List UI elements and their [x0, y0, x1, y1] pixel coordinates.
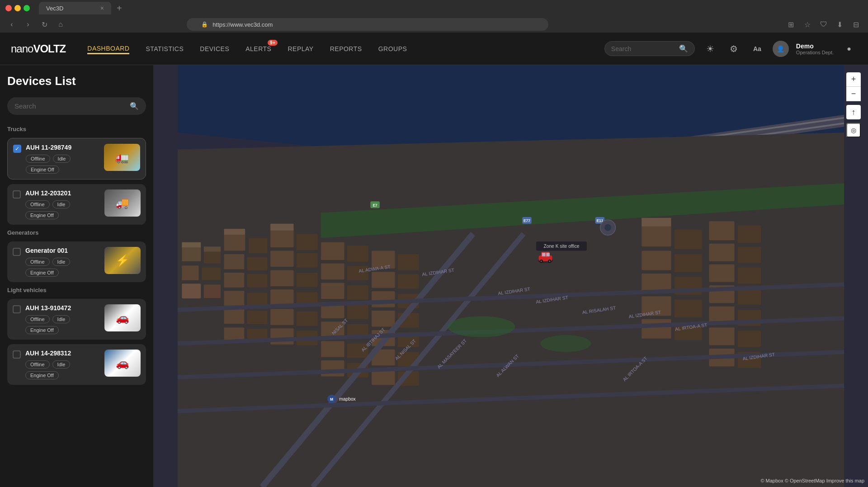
device-card-truck-1[interactable]: ✓AUH 11-298749OfflineIdleEngine Off🚛	[7, 138, 146, 180]
settings-button[interactable]: ⚙	[726, 41, 742, 57]
close-dot[interactable]	[5, 5, 12, 11]
nav-item-reports[interactable]: REPORTS	[330, 43, 362, 54]
svg-rect-37	[270, 309, 293, 325]
main-nav: DASHBOARDSTATISTICSDEVICESALERTS9+REPLAY…	[87, 43, 407, 54]
zoom-in-button[interactable]: +	[846, 72, 861, 87]
svg-rect-78	[642, 319, 671, 339]
svg-rect-31	[270, 251, 293, 267]
svg-text:E7: E7	[373, 203, 377, 208]
svg-rect-14	[204, 284, 221, 298]
translate-button[interactable]: Aa	[749, 41, 765, 57]
category-title-generators: Generators	[7, 229, 146, 236]
svg-rect-56	[398, 254, 419, 270]
svg-rect-38	[297, 312, 318, 326]
bookmark-button[interactable]: ☆	[801, 18, 814, 31]
device-tag-offline[interactable]: Offline	[25, 360, 50, 369]
svg-rect-53	[321, 360, 344, 376]
device-tag-engine-off[interactable]: Engine Off	[26, 165, 59, 174]
svg-rect-35	[270, 289, 293, 305]
device-tag-offline[interactable]: Offline	[26, 155, 50, 163]
device-name-lv-1: AUH 13-910472	[25, 304, 100, 312]
svg-rect-9	[204, 251, 221, 264]
header-search-icon[interactable]: 🔍	[679, 44, 688, 53]
device-tag-offline[interactable]: Offline	[25, 258, 50, 266]
back-button[interactable]: ‹	[5, 18, 18, 31]
nav-item-replay[interactable]: REPLAY	[288, 43, 313, 54]
device-info-truck-2: AUH 12-203201OfflineIdleEngine Off	[25, 189, 100, 219]
new-tab-button[interactable]: +	[117, 3, 122, 14]
device-info-gen-1: Generator 001OfflineIdleEngine Off	[25, 247, 100, 277]
shield-button[interactable]: 🛡	[817, 18, 830, 31]
device-checkbox-gen-1[interactable]	[13, 248, 21, 256]
header-search-input[interactable]	[611, 45, 675, 52]
forward-button[interactable]: ›	[22, 18, 34, 31]
svg-text:M: M	[330, 397, 333, 402]
location-button[interactable]: ◎	[846, 123, 861, 137]
svg-rect-80	[709, 221, 735, 240]
device-tag-engine-off[interactable]: Engine Off	[25, 269, 59, 277]
svg-rect-45	[321, 283, 344, 298]
address-bar[interactable]: 🔒 https://www.vec3d.com	[187, 18, 548, 31]
svg-rect-81	[738, 226, 761, 243]
device-card-lv-1[interactable]: AUH 13-910472OfflineIdleEngine Off🚗	[7, 299, 146, 340]
device-checkbox-truck-2[interactable]	[13, 190, 21, 199]
sidebar-search-icon[interactable]: 🔍	[130, 102, 139, 110]
user-info[interactable]: Demo Operations Dept.	[796, 43, 834, 55]
extensions-button[interactable]: ⊞	[785, 18, 797, 31]
svg-rect-19	[247, 257, 268, 271]
device-tag-engine-off[interactable]: Engine Off	[25, 371, 59, 379]
device-card-truck-2[interactable]: AUH 12-203201OfflineIdleEngine Off🚚	[7, 184, 146, 225]
svg-point-133	[448, 316, 515, 337]
device-tag-idle[interactable]: Idle	[52, 200, 71, 208]
svg-text:Zone K site office: Zone K site office	[543, 244, 579, 249]
sidebar-search-input[interactable]	[14, 102, 126, 110]
sidebar-search-box[interactable]: 🔍	[7, 97, 146, 115]
device-tags-gen-1: OfflineIdleEngine Off	[25, 258, 100, 277]
browser-tab[interactable]: Vec3D ×	[39, 2, 111, 14]
device-tag-offline[interactable]: Offline	[25, 315, 50, 323]
nav-item-groups[interactable]: GROUPS	[378, 43, 407, 54]
status-button[interactable]: ●	[841, 41, 857, 57]
map-controls: + − ↑ ◎	[846, 72, 861, 137]
nav-item-devices[interactable]: DEVICES	[200, 43, 229, 54]
device-name-truck-1: AUH 11-298749	[26, 144, 99, 151]
svg-rect-12	[202, 268, 221, 280]
svg-rect-22	[224, 291, 245, 306]
minimize-dot[interactable]	[14, 5, 21, 11]
tab-close-button[interactable]: ×	[100, 5, 104, 12]
device-tag-engine-off[interactable]: Engine Off	[25, 326, 59, 334]
svg-point-130	[549, 260, 551, 262]
svg-rect-10	[204, 246, 221, 251]
device-card-gen-1[interactable]: Generator 001OfflineIdleEngine Off⚡	[7, 241, 146, 282]
home-button[interactable]: ⌂	[54, 18, 67, 31]
user-avatar[interactable]: 👤	[773, 41, 789, 57]
device-tag-idle[interactable]: Idle	[52, 360, 71, 369]
reload-button[interactable]: ↻	[38, 18, 51, 31]
menu-button[interactable]: ⊟	[850, 18, 863, 31]
nav-item-statistics[interactable]: STATISTICS	[146, 43, 184, 54]
device-tag-idle[interactable]: Idle	[52, 258, 71, 266]
maximize-dot[interactable]	[24, 5, 30, 11]
svg-rect-87	[738, 288, 761, 304]
map-area: AL ADWA-A ST AL IZDIHAR ST AL IZDIHAR ST…	[154, 65, 868, 487]
device-tag-idle[interactable]: Idle	[52, 315, 71, 323]
device-checkbox-lv-1[interactable]	[13, 305, 21, 313]
device-card-lv-2[interactable]: AUH 14-298312OfflineIdleEngine Off🚗	[7, 344, 146, 385]
device-tag-engine-off[interactable]: Engine Off	[25, 211, 59, 219]
nav-item-dashboard[interactable]: DASHBOARD	[87, 43, 129, 54]
header-search-box[interactable]: 🔍	[604, 41, 695, 56]
svg-rect-90	[709, 327, 735, 345]
svg-rect-25	[247, 311, 268, 324]
brightness-button[interactable]: ☀	[702, 41, 718, 57]
svg-rect-126	[546, 253, 549, 256]
svg-text:E77: E77	[524, 218, 530, 223]
nav-item-alerts[interactable]: ALERTS9+	[245, 43, 271, 54]
reset-north-button[interactable]: ↑	[846, 105, 861, 119]
download-button[interactable]: ⬇	[834, 18, 846, 31]
device-checkbox-truck-1[interactable]: ✓	[13, 145, 21, 153]
device-checkbox-lv-2[interactable]	[13, 350, 21, 359]
device-tag-offline[interactable]: Offline	[25, 200, 50, 208]
category-title-trucks: Trucks	[7, 126, 146, 132]
device-tag-idle[interactable]: Idle	[53, 155, 71, 163]
zoom-out-button[interactable]: −	[846, 87, 861, 101]
